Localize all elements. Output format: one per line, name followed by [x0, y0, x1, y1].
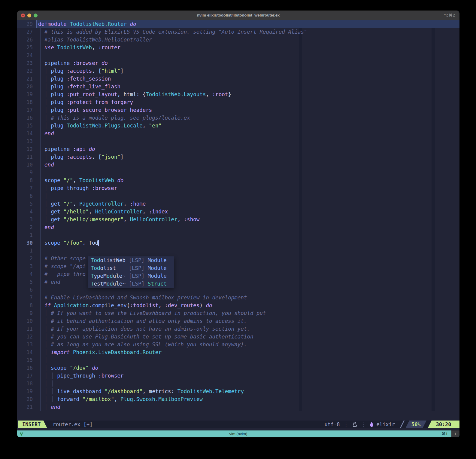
line-content: # end [35, 278, 60, 286]
code-line[interactable]: 2 end [17, 223, 459, 231]
line-content: # this is added by ElixirLS VS Code exte… [35, 28, 307, 36]
line-number: 26 [17, 36, 35, 44]
code-buffer[interactable]: 29defmodule TodolistWeb.Router do27 # th… [17, 20, 459, 411]
code-line[interactable]: 1 [17, 247, 459, 255]
code-line[interactable]: 21 │ plug :fetch_session [17, 75, 459, 83]
code-line[interactable]: 16 │ # This is a module plug, see plugs/… [17, 114, 459, 122]
line-content: │ │ pipe_through :browser [35, 372, 124, 380]
filename-label: router.ex [+] [53, 421, 92, 428]
code-line[interactable]: 7 │ pipe_through :browser [17, 184, 459, 192]
cursor-line[interactable]: 30 scope "/foo", Tod [17, 239, 459, 247]
code-line[interactable]: 18 │ plug :protect_from_forgery [17, 98, 459, 106]
close-button[interactable] [21, 14, 25, 17]
code-line[interactable]: 19 │ plug :put_root_layout, html: {Todol… [17, 90, 459, 98]
tab-bar[interactable]: V vim (nvim) ⌘1 + [17, 430, 459, 437]
line-content: │ [35, 356, 48, 364]
titlebar[interactable]: nvim elixir/todolist/lib/todolist_web/ro… [17, 11, 459, 20]
code-line[interactable]: 13 [17, 137, 459, 145]
code-line[interactable]: 20 │ plug :fetch_live_flash [17, 83, 459, 90]
tab-title[interactable]: vim (nvim) [17, 432, 459, 436]
line-number: 17 [17, 106, 35, 114]
code-line[interactable]: 8 if Application.compile_env(:todolist, … [17, 301, 459, 309]
line-number: 2 [17, 223, 35, 231]
line-number: 1 [17, 231, 35, 239]
line-content: │ │ [35, 380, 54, 387]
context-line[interactable]: 29defmodule TodolistWeb.Router do [17, 20, 459, 28]
line-number: 5 [17, 278, 35, 286]
code-line[interactable]: 6 │ [17, 192, 459, 200]
line-number: 20 [17, 395, 35, 403]
code-line[interactable]: 14 end [17, 130, 459, 137]
code-line[interactable]: 24 [17, 51, 459, 59]
code-line[interactable]: 10 end [17, 161, 459, 169]
code-line[interactable]: 12 │ # you can use Plug.BasicAuth to set… [17, 333, 459, 341]
code-line[interactable]: 11 │ # If your application does not have… [17, 325, 459, 333]
code-line[interactable]: 9 │ # If you want to use the LiveDashboa… [17, 309, 459, 317]
line-content [35, 51, 38, 59]
code-line[interactable]: 21 │ end [17, 403, 459, 411]
completion-item[interactable]: TypeModule~ [LSP] Module [88, 272, 174, 280]
line-content: │ plug :fetch_session [35, 75, 111, 83]
code-line[interactable]: 1 [17, 231, 459, 239]
code-line[interactable]: 4 # pipe_thro [17, 270, 459, 278]
line-number: 18 [17, 380, 35, 387]
code-line[interactable]: 17 │ plug :put_secure_browser_headers [17, 106, 459, 114]
line-number: 3 [17, 262, 35, 270]
editor-area[interactable]: 29defmodule TodolistWeb.Router do27 # th… [17, 20, 459, 437]
minimize-button[interactable] [27, 14, 31, 17]
code-line[interactable]: 10 │ # it behind authentication and allo… [17, 317, 459, 325]
line-number: 13 [17, 137, 35, 145]
code-line[interactable]: 13 │ # as long as you are also using SSL… [17, 341, 459, 348]
code-line[interactable]: 26 #alias TodolistWeb.HelloController [17, 36, 459, 44]
line-number: 24 [17, 51, 35, 59]
code-line[interactable]: 8 scope "/", TodolistWeb do [17, 176, 459, 184]
completion-item[interactable]: TodolistWeb [LSP] Module [88, 256, 174, 264]
penguin-icon [352, 421, 357, 428]
completion-popup[interactable]: TodolistWeb [LSP] ModuleTodolist [LSP] M… [88, 256, 174, 288]
line-content: │ plug :protect_from_forgery [35, 98, 133, 106]
powerline-separator [400, 421, 405, 428]
scroll-percent: 56% [405, 421, 426, 428]
code-line[interactable]: 18 │ │ [17, 380, 459, 387]
code-line[interactable]: 25 use TodolistWeb, :router [17, 44, 459, 51]
line-number: 6 [17, 192, 35, 200]
zoom-button[interactable] [34, 14, 38, 17]
line-number: 2 [17, 255, 35, 262]
line-number: 20 [17, 83, 35, 90]
code-line[interactable]: 2 # Other scope [17, 255, 459, 262]
code-line[interactable]: 7 # Enable LiveDashboard and Swoosh mail… [17, 294, 459, 301]
code-line[interactable]: 23 pipeline :browser do [17, 59, 459, 67]
line-number: 30 [17, 239, 35, 247]
code-line[interactable]: 5 # end [17, 278, 459, 286]
line-number: 14 [17, 130, 35, 137]
code-line[interactable]: 17 │ │ pipe_through :browser [17, 372, 459, 380]
line-content: use TodolistWeb, :router [35, 44, 120, 51]
line-number: 16 [17, 114, 35, 122]
terminal-window: nvim elixir/todolist/lib/todolist_web/ro… [17, 11, 459, 437]
completion-item[interactable]: TestModule~ [LSP] Struct [88, 280, 174, 288]
code-line[interactable]: 15 │ [17, 356, 459, 364]
code-line[interactable]: 14 │ import Phoenix.LiveDashboard.Router [17, 348, 459, 356]
line-number: 8 [17, 301, 35, 309]
line-number: 10 [17, 317, 35, 325]
code-line[interactable]: 15 │ plug TodolistWeb.Plugs.Locale, "en" [17, 122, 459, 130]
code-line[interactable]: 20 │ │ forward "/mailbox", Plug.Swoosh.M… [17, 395, 459, 403]
line-number: 23 [17, 59, 35, 67]
code-line[interactable]: 4 │ get "/hello", HelloController, :inde… [17, 208, 459, 216]
code-line[interactable]: 3 # scope "/api [17, 262, 459, 270]
code-line[interactable]: 27 # this is added by ElixirLS VS Code e… [17, 28, 459, 36]
code-line[interactable]: 16 │ scope "/dev" do [17, 364, 459, 372]
code-line[interactable]: 11 │ plug :accepts, ["json"] [17, 153, 459, 161]
line-content [35, 286, 38, 294]
line-content: # scope "/api [35, 262, 86, 270]
line-content: │ plug :accepts, ["html"] [35, 67, 124, 75]
code-line[interactable]: 12 pipeline :api do [17, 145, 459, 153]
code-line[interactable]: 9 [17, 169, 459, 176]
code-line[interactable]: 19 │ │ live_dashboard "/dashboard", metr… [17, 387, 459, 395]
code-line[interactable]: 5 │ get "/", PageController, :home [17, 200, 459, 208]
code-line[interactable]: 6 [17, 286, 459, 294]
code-line[interactable]: 3 │ get "/hello/:messenger", HelloContro… [17, 216, 459, 223]
line-number: 11 [17, 153, 35, 161]
code-line[interactable]: 22 │ plug :accepts, ["html"] [17, 67, 459, 75]
completion-item[interactable]: Todolist [LSP] Module [88, 264, 174, 272]
